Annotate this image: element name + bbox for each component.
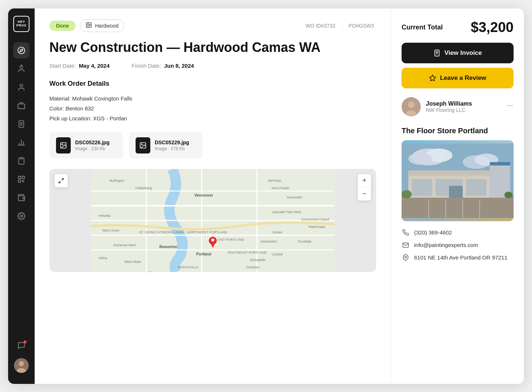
- svg-rect-14: [20, 157, 22, 159]
- file-name-1: DSC05226.jpg: [75, 140, 109, 145]
- svg-text:West Union: West Union: [102, 229, 119, 232]
- sidebar-item-clipboard[interactable]: [13, 153, 29, 169]
- current-total-label: Current Total: [402, 24, 443, 31]
- view-invoice-button[interactable]: View Invoice: [402, 43, 514, 63]
- svg-text:Helvetia: Helvetia: [99, 214, 111, 218]
- svg-point-84: [408, 101, 414, 108]
- svg-text:NORTHWEST PORTLAND: NORTHWEST PORTLAND: [187, 230, 228, 234]
- location-icon: [402, 254, 410, 262]
- star-icon: [429, 74, 436, 82]
- store-title: The Floor Store Portland: [402, 127, 514, 135]
- svg-text:Washougal: Washougal: [309, 225, 325, 229]
- svg-text:Sunnyside: Sunnyside: [287, 195, 302, 199]
- work-order-section-title: Work Order Details: [49, 80, 376, 88]
- svg-text:Gresham: Gresham: [246, 265, 260, 269]
- svg-marker-3: [21, 65, 22, 66]
- svg-text:Mill Plain: Mill Plain: [268, 179, 281, 183]
- more-dots-icon: [506, 102, 514, 109]
- category-badge-hardwood: Hardwood: [80, 20, 124, 32]
- svg-point-87: [510, 105, 511, 106]
- sidebar-item-message[interactable]: [13, 338, 29, 354]
- dates-row: Start Date: May 4, 2024 Finish Date: Jun…: [49, 63, 376, 69]
- file-info-2: DSC05229.jpg Image · 278 Kb: [155, 140, 189, 151]
- map-expand-button[interactable]: [55, 174, 68, 187]
- svg-text:Corbett: Corbett: [272, 252, 283, 256]
- pro-company: NW Flooring LLC: [426, 107, 501, 113]
- file-meta-1: Image · 230 Kb: [75, 146, 109, 151]
- leave-review-button[interactable]: Leave a Review: [402, 68, 514, 88]
- svg-point-109: [402, 190, 412, 198]
- file-icon-1: [56, 137, 71, 153]
- svg-point-20: [20, 215, 22, 217]
- file-attachment-2[interactable]: DSC05229.jpg Image · 278 Kb: [129, 132, 203, 159]
- sidebar-bottom: [13, 338, 29, 377]
- svg-text:MONTAVILLA: MONTAVILLA: [178, 265, 199, 269]
- contact-phone: (320) 369-4602: [402, 229, 514, 237]
- map-container: Burlington Folkenberg Vancouver Mill Pla…: [49, 169, 376, 272]
- svg-point-33: [141, 144, 143, 145]
- svg-point-111: [405, 256, 407, 258]
- logo-text: HEY PROS: [16, 20, 27, 28]
- current-total-row: Current Total $3,200: [402, 20, 514, 35]
- store-building-image: [402, 140, 514, 221]
- sidebar-item-user[interactable]: [13, 79, 29, 95]
- svg-point-31: [62, 144, 63, 145]
- contact-address: 6101 NE 14th Ave Portland OR 97211: [402, 254, 514, 262]
- work-order-details: Material: Mohawk Covington Falls Color: …: [49, 93, 376, 123]
- svg-text:Somerset West: Somerset West: [113, 243, 136, 247]
- sidebar-item-list[interactable]: [13, 116, 29, 132]
- svg-text:Beaverton: Beaverton: [160, 245, 178, 249]
- svg-rect-5: [18, 104, 25, 109]
- svg-point-92: [408, 152, 432, 165]
- svg-rect-102: [412, 179, 432, 196]
- svg-rect-16: [22, 176, 24, 178]
- svg-text:Government Island: Government Island: [301, 218, 329, 221]
- sidebar-nav: [13, 42, 29, 338]
- svg-text:Camas: Camas: [272, 230, 283, 234]
- attachments-list: DSC05226.jpg Image · 230 Kb DSC05229.jpg…: [49, 132, 376, 159]
- svg-text:SOUTHEAST PORTLAND: SOUTHEAST PORTLAND: [228, 251, 267, 254]
- invoice-icon: [433, 49, 441, 57]
- pro-avatar-image: [402, 97, 421, 116]
- svg-point-22: [19, 361, 24, 366]
- sidebar-item-settings[interactable]: [13, 208, 29, 224]
- app-logo[interactable]: HEY PROS: [13, 16, 29, 32]
- hardwood-icon: [85, 22, 92, 30]
- left-panel: Done Hardwood WO ID#3733 · PO#GSW3 New C…: [35, 8, 391, 384]
- sidebar-item-briefcase[interactable]: [13, 98, 29, 114]
- svg-point-86: [507, 105, 508, 106]
- svg-text:Fern Prairie: Fern Prairie: [272, 186, 289, 190]
- svg-text:Troutdale: Troutdale: [298, 240, 312, 243]
- sidebar-item-grid-add[interactable]: [13, 171, 29, 187]
- svg-text:Cascade Park West: Cascade Park West: [272, 210, 301, 214]
- file-attachment-1[interactable]: DSC05226.jpg Image · 230 Kb: [49, 132, 123, 159]
- sidebar-item-wallet[interactable]: [13, 190, 29, 206]
- notification-dot: [24, 340, 27, 343]
- store-image: [402, 140, 514, 221]
- svg-text:Springdale: Springdale: [250, 258, 266, 262]
- contact-list: (320) 369-4602 info@paintingexperts.com …: [402, 229, 514, 262]
- map-zoom-in-button[interactable]: +: [358, 174, 371, 187]
- file-meta-2: Image · 278 Kb: [155, 146, 189, 151]
- user-avatar[interactable]: [14, 358, 29, 373]
- wo-id-label: WO ID#3733 · PO#GSW3: [303, 23, 376, 29]
- sidebar-item-chart[interactable]: [13, 134, 29, 151]
- svg-text:Elmonica: Elmonica: [148, 271, 162, 272]
- svg-text:Burlington: Burlington: [110, 179, 125, 183]
- phone-icon: [402, 229, 410, 237]
- page-title: New Construction — Hardwood Camas WA: [49, 39, 376, 55]
- main-content: Done Hardwood WO ID#3733 · PO#GSW3 New C…: [35, 8, 524, 384]
- map-controls: + −: [358, 174, 371, 201]
- svg-rect-17: [18, 180, 21, 182]
- sidebar-item-compass[interactable]: [13, 42, 29, 59]
- svg-point-75: [211, 239, 214, 241]
- current-total-value: $3,200: [471, 20, 514, 35]
- status-badge-done: Done: [49, 21, 76, 31]
- sidebar-item-user-star[interactable]: [13, 61, 29, 77]
- pro-more-button[interactable]: [506, 102, 514, 112]
- svg-point-4: [20, 84, 22, 86]
- map-svg: Burlington Folkenberg Vancouver Mill Pla…: [49, 169, 376, 272]
- svg-rect-104: [466, 179, 486, 196]
- svg-text:Folkenberg: Folkenberg: [136, 186, 152, 190]
- map-zoom-out-button[interactable]: −: [358, 187, 371, 201]
